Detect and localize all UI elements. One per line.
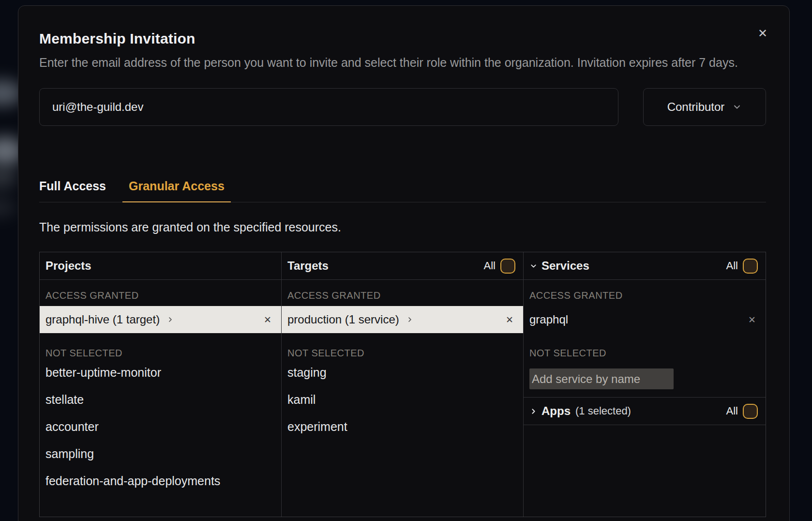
access-tab-bar: Full Access Granular Access [39,179,766,202]
close-icon[interactable]: ✕ [754,25,771,42]
permissions-note: The permissions are granted on the speci… [39,220,765,234]
apps-all-checkbox[interactable] [743,404,758,419]
not-selected-label: NOT SELECTED [529,348,766,359]
background-blur-blob [0,167,17,188]
apps-section-row[interactable]: Apps (1 selected) All [524,397,766,425]
services-all-label: All [726,260,738,272]
targets-all-wrap: All [484,259,515,274]
email-field[interactable] [39,88,618,126]
page-background: ✕ Membership Invitation Enter the email … [0,0,812,521]
target-list-item[interactable]: kamil [282,386,523,413]
role-select[interactable]: Contributor [643,88,766,126]
add-service-input[interactable] [529,368,674,389]
remove-icon[interactable]: ✕ [748,314,756,325]
granted-service-label: graphql [529,313,568,326]
granted-target-row[interactable]: production (1 service) ✕ [282,306,523,333]
project-list-item[interactable]: better-uptime-monitor [40,359,281,386]
projects-header: Projects [40,252,281,280]
membership-invitation-dialog: ✕ Membership Invitation Enter the email … [18,5,790,521]
chevron-down-icon [529,262,538,270]
targets-column: Targets All ACCESS GRANTED production (1… [282,252,524,517]
remove-icon[interactable]: ✕ [264,314,271,325]
dialog-description: Enter the email address of the person yo… [39,53,766,72]
apps-title: Apps [541,404,571,418]
chevron-right-icon [529,407,538,415]
projects-column: Projects ACCESS GRANTED graphql-hive (1 … [40,252,282,517]
dialog-title: Membership Invitation [39,31,765,47]
services-all-checkbox[interactable] [743,259,758,274]
access-granted-label: ACCESS GRANTED [529,290,766,301]
services-all-wrap: All [726,259,758,274]
not-selected-label: NOT SELECTED [45,348,281,359]
chevron-down-icon [732,102,742,112]
granted-project-label: graphql-hive (1 target) [45,313,160,326]
chevron-right-icon [406,316,414,323]
access-granted-label: ACCESS GRANTED [45,290,281,301]
targets-all-checkbox[interactable] [500,259,515,274]
invite-form-row: Contributor [39,88,766,126]
targets-header: Targets All [282,252,523,280]
role-select-value: Contributor [667,100,725,114]
apps-all-label: All [726,405,738,417]
services-title: Services [541,259,589,273]
project-list-item[interactable]: sampling [40,440,281,467]
services-column: Services All ACCESS GRANTED graphql ✕ NO… [524,252,766,517]
targets-all-label: All [484,260,496,272]
chevron-right-icon [166,316,174,323]
background-blur-blob [0,198,16,217]
target-list-item[interactable]: staging [282,359,523,386]
tab-granular-access[interactable]: Granular Access [122,179,231,202]
granted-target-label: production (1 service) [287,313,399,326]
access-granted-label: ACCESS GRANTED [287,290,523,301]
project-list-item[interactable]: stellate [40,386,281,413]
targets-title: Targets [287,259,329,273]
resources-panel: Projects ACCESS GRANTED graphql-hive (1 … [39,252,766,517]
tab-full-access[interactable]: Full Access [39,179,106,202]
not-selected-label: NOT SELECTED [287,348,523,359]
projects-title: Projects [45,259,91,273]
target-list-item[interactable]: experiment [282,413,523,440]
remove-icon[interactable]: ✕ [506,314,513,325]
apps-all-wrap: All [726,404,758,419]
granted-project-row[interactable]: graphql-hive (1 target) ✕ [40,306,281,333]
services-header[interactable]: Services All [524,252,766,280]
apps-selected-count: (1 selected) [575,405,631,417]
project-list-item[interactable]: accounter [40,413,281,440]
project-list-item[interactable]: federation-and-app-deployments [40,467,281,494]
granted-service-row[interactable]: graphql ✕ [524,306,766,333]
